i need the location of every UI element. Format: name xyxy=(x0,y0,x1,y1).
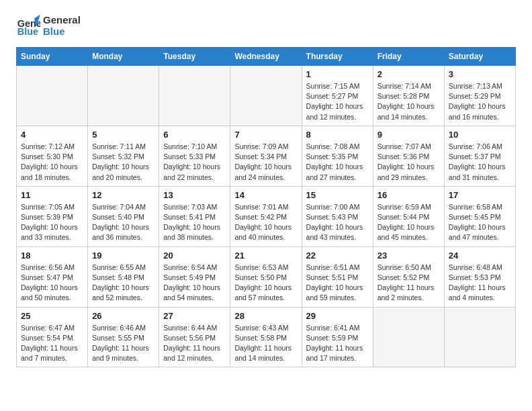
calendar-cell: 10Sunrise: 7:06 AMSunset: 5:37 PMDayligh… xyxy=(444,126,515,186)
calendar-cell: 12Sunrise: 7:04 AMSunset: 5:40 PMDayligh… xyxy=(88,186,159,246)
day-number: 17 xyxy=(449,190,511,200)
day-number: 27 xyxy=(163,311,226,321)
day-detail: Sunrise: 7:06 AMSunset: 5:37 PMDaylight:… xyxy=(449,142,511,183)
page-header: General Blue General Blue xyxy=(16,13,516,38)
day-detail: Sunrise: 7:09 AMSunset: 5:34 PMDaylight:… xyxy=(234,142,297,183)
day-number: 14 xyxy=(234,190,297,200)
day-detail: Sunrise: 7:11 AMSunset: 5:32 PMDaylight:… xyxy=(92,142,154,183)
day-number: 4 xyxy=(21,130,83,140)
day-detail: Sunrise: 6:54 AMSunset: 5:49 PMDaylight:… xyxy=(163,263,226,304)
calendar-cell: 22Sunrise: 6:51 AMSunset: 5:51 PMDayligh… xyxy=(302,246,373,307)
calendar-cell xyxy=(444,307,515,367)
calendar-cell: 19Sunrise: 6:55 AMSunset: 5:48 PMDayligh… xyxy=(88,246,159,307)
day-detail: Sunrise: 6:41 AMSunset: 5:59 PMDaylight:… xyxy=(306,323,369,364)
day-detail: Sunrise: 7:10 AMSunset: 5:33 PMDaylight:… xyxy=(163,142,226,183)
day-detail: Sunrise: 7:15 AMSunset: 5:27 PMDaylight:… xyxy=(306,81,369,122)
calendar-cell: 8Sunrise: 7:08 AMSunset: 5:35 PMDaylight… xyxy=(302,126,373,186)
day-detail: Sunrise: 6:51 AMSunset: 5:51 PMDaylight:… xyxy=(306,263,369,304)
calendar-cell: 17Sunrise: 6:58 AMSunset: 5:45 PMDayligh… xyxy=(444,186,515,246)
day-number: 24 xyxy=(449,250,511,261)
calendar-cell: 3Sunrise: 7:13 AMSunset: 5:29 PMDaylight… xyxy=(444,66,515,126)
day-detail: Sunrise: 6:47 AMSunset: 5:54 PMDaylight:… xyxy=(21,323,83,364)
day-detail: Sunrise: 6:59 AMSunset: 5:44 PMDaylight:… xyxy=(378,202,440,243)
day-number: 8 xyxy=(306,130,369,140)
column-header-wednesday: Wednesday xyxy=(230,48,302,66)
day-number: 26 xyxy=(92,311,154,321)
calendar-cell: 7Sunrise: 7:09 AMSunset: 5:34 PMDaylight… xyxy=(230,126,302,186)
logo-line1: General xyxy=(43,14,81,26)
day-detail: Sunrise: 7:03 AMSunset: 5:41 PMDaylight:… xyxy=(163,202,226,243)
day-detail: Sunrise: 6:48 AMSunset: 5:53 PMDaylight:… xyxy=(449,263,511,304)
calendar-cell: 6Sunrise: 7:10 AMSunset: 5:33 PMDaylight… xyxy=(159,126,230,186)
day-number: 2 xyxy=(378,69,440,79)
calendar-cell: 16Sunrise: 6:59 AMSunset: 5:44 PMDayligh… xyxy=(373,186,444,246)
calendar-cell: 2Sunrise: 7:14 AMSunset: 5:28 PMDaylight… xyxy=(373,66,444,126)
day-detail: Sunrise: 7:04 AMSunset: 5:40 PMDaylight:… xyxy=(92,202,154,243)
calendar-cell: 24Sunrise: 6:48 AMSunset: 5:53 PMDayligh… xyxy=(444,246,515,307)
day-number: 23 xyxy=(378,250,440,261)
day-detail: Sunrise: 7:12 AMSunset: 5:30 PMDaylight:… xyxy=(21,142,83,183)
calendar-week-row: 11Sunrise: 7:05 AMSunset: 5:39 PMDayligh… xyxy=(17,186,516,246)
calendar-week-row: 1Sunrise: 7:15 AMSunset: 5:27 PMDaylight… xyxy=(17,66,516,126)
day-detail: Sunrise: 6:46 AMSunset: 5:55 PMDaylight:… xyxy=(92,323,154,364)
column-header-sunday: Sunday xyxy=(17,48,88,66)
column-header-saturday: Saturday xyxy=(444,48,515,66)
day-detail: Sunrise: 7:08 AMSunset: 5:35 PMDaylight:… xyxy=(306,142,369,183)
logo-line2: Blue xyxy=(43,26,81,37)
calendar-cell: 25Sunrise: 6:47 AMSunset: 5:54 PMDayligh… xyxy=(17,307,88,367)
day-detail: Sunrise: 6:56 AMSunset: 5:47 PMDaylight:… xyxy=(21,263,83,304)
column-header-thursday: Thursday xyxy=(302,48,373,66)
day-detail: Sunrise: 7:05 AMSunset: 5:39 PMDaylight:… xyxy=(21,202,83,243)
calendar-cell: 5Sunrise: 7:11 AMSunset: 5:32 PMDaylight… xyxy=(88,126,159,186)
day-number: 1 xyxy=(306,69,369,79)
day-detail: Sunrise: 7:13 AMSunset: 5:29 PMDaylight:… xyxy=(449,81,511,122)
calendar-header-row: SundayMondayTuesdayWednesdayThursdayFrid… xyxy=(17,48,516,66)
calendar-cell: 1Sunrise: 7:15 AMSunset: 5:27 PMDaylight… xyxy=(302,66,373,126)
day-number: 6 xyxy=(163,130,226,140)
calendar-cell xyxy=(17,66,88,126)
day-number: 19 xyxy=(92,250,154,261)
day-detail: Sunrise: 6:50 AMSunset: 5:52 PMDaylight:… xyxy=(378,263,440,304)
day-detail: Sunrise: 7:14 AMSunset: 5:28 PMDaylight:… xyxy=(378,81,440,122)
day-number: 7 xyxy=(234,130,297,140)
day-number: 9 xyxy=(378,130,440,140)
day-number: 28 xyxy=(234,311,297,321)
calendar-cell: 27Sunrise: 6:44 AMSunset: 5:56 PMDayligh… xyxy=(159,307,230,367)
day-detail: Sunrise: 6:55 AMSunset: 5:48 PMDaylight:… xyxy=(92,263,154,304)
calendar-cell: 4Sunrise: 7:12 AMSunset: 5:30 PMDaylight… xyxy=(17,126,88,186)
calendar-cell xyxy=(88,66,159,126)
calendar-week-row: 4Sunrise: 7:12 AMSunset: 5:30 PMDaylight… xyxy=(17,126,516,186)
calendar-cell: 18Sunrise: 6:56 AMSunset: 5:47 PMDayligh… xyxy=(17,246,88,307)
day-detail: Sunrise: 7:07 AMSunset: 5:36 PMDaylight:… xyxy=(378,142,440,183)
logo-icon: General Blue xyxy=(16,13,40,38)
day-number: 25 xyxy=(21,311,83,321)
day-number: 11 xyxy=(21,190,83,200)
calendar-cell: 28Sunrise: 6:43 AMSunset: 5:58 PMDayligh… xyxy=(230,307,302,367)
calendar-cell: 26Sunrise: 6:46 AMSunset: 5:55 PMDayligh… xyxy=(88,307,159,367)
calendar-week-row: 25Sunrise: 6:47 AMSunset: 5:54 PMDayligh… xyxy=(17,307,516,367)
day-number: 10 xyxy=(449,130,511,140)
day-detail: Sunrise: 6:53 AMSunset: 5:50 PMDaylight:… xyxy=(234,263,297,304)
day-detail: Sunrise: 7:00 AMSunset: 5:43 PMDaylight:… xyxy=(306,202,369,243)
calendar-cell: 11Sunrise: 7:05 AMSunset: 5:39 PMDayligh… xyxy=(17,186,88,246)
column-header-monday: Monday xyxy=(88,48,159,66)
calendar-cell: 29Sunrise: 6:41 AMSunset: 5:59 PMDayligh… xyxy=(302,307,373,367)
day-number: 22 xyxy=(306,250,369,261)
calendar-cell: 14Sunrise: 7:01 AMSunset: 5:42 PMDayligh… xyxy=(230,186,302,246)
calendar-table: SundayMondayTuesdayWednesdayThursdayFrid… xyxy=(16,47,516,367)
calendar-cell: 23Sunrise: 6:50 AMSunset: 5:52 PMDayligh… xyxy=(373,246,444,307)
calendar-cell: 21Sunrise: 6:53 AMSunset: 5:50 PMDayligh… xyxy=(230,246,302,307)
svg-text:Blue: Blue xyxy=(17,26,38,37)
column-header-friday: Friday xyxy=(373,48,444,66)
day-detail: Sunrise: 7:01 AMSunset: 5:42 PMDaylight:… xyxy=(234,202,297,243)
day-number: 13 xyxy=(163,190,226,200)
day-detail: Sunrise: 6:43 AMSunset: 5:58 PMDaylight:… xyxy=(234,323,297,364)
column-header-tuesday: Tuesday xyxy=(159,48,230,66)
calendar-cell xyxy=(230,66,302,126)
calendar-cell: 9Sunrise: 7:07 AMSunset: 5:36 PMDaylight… xyxy=(373,126,444,186)
calendar-week-row: 18Sunrise: 6:56 AMSunset: 5:47 PMDayligh… xyxy=(17,246,516,307)
day-number: 5 xyxy=(92,130,154,140)
calendar-cell xyxy=(159,66,230,126)
day-number: 16 xyxy=(378,190,440,200)
day-number: 20 xyxy=(163,250,226,261)
